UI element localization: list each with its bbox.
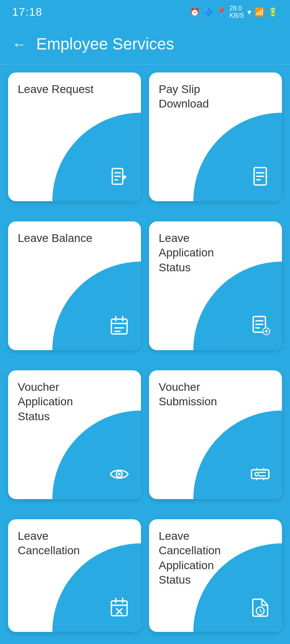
edit-doc-icon [109,166,130,190]
card-label-leave-request: Leave Request [18,82,93,97]
card-icon-bg-leave-request [52,113,141,201]
status-icons: ⏰ 🔷 📍 28.0KB/S ▾ 📶 🔋 [190,5,278,19]
card-label-leave-balance: Leave Balance [18,231,92,246]
card-label-voucher-app-status: Voucher Application Status [18,380,98,424]
status-bar: 17:18 ⏰ 🔷 📍 28.0KB/S ▾ 📶 🔋 [0,0,290,24]
status-time: 17:18 [12,6,42,19]
card-icon-bg-leave-balance [52,262,141,350]
card-pay-slip-download[interactable]: Pay Slip Download [149,72,282,201]
battery-icon: 🔋 [268,7,278,17]
wifi-icon: ▾ [247,7,251,17]
back-button[interactable]: ← [12,37,27,52]
card-label-pay-slip: Pay Slip Download [159,82,239,111]
card-leave-cancellation-app-status[interactable]: Leave Cancellation Application Status [149,519,282,632]
svg-rect-32 [112,601,127,616]
card-label-leave-cancel-app-status: Leave Cancellation Application Status [159,529,239,588]
svg-rect-24 [251,470,269,479]
doc-lines-icon [250,315,271,339]
card-label-leave-app-status: Leave Application Status [159,231,239,275]
calendar-icon [109,315,130,339]
card-voucher-submission[interactable]: Voucher Submission [149,370,282,499]
card-leave-application-status[interactable]: Leave Application Status [149,221,282,350]
card-leave-cancellation[interactable]: Leave Cancellation [8,519,141,632]
data-speed: 28.0KB/S [230,5,244,19]
card-icon-bg-voucher-submission [193,411,282,499]
services-grid: Leave Request Pay Slip Download [0,64,290,644]
signal-icon: 📶 [255,7,265,17]
ticket-icon [250,464,271,488]
card-icon-bg-pay-slip [193,113,282,201]
eye-icon [109,464,130,488]
calendar-x-icon [109,597,130,621]
page-title: Employee Services [36,35,174,53]
card-leave-balance[interactable]: Leave Balance [8,221,141,350]
card-label-leave-cancellation: Leave Cancellation [18,529,98,558]
card-voucher-application-status[interactable]: Voucher Application Status [8,370,141,499]
doc-icon [250,166,271,190]
card-leave-request[interactable]: Leave Request [8,72,141,201]
svg-point-23 [118,473,121,476]
bluetooth-icon: 🔷 [203,7,213,17]
card-label-voucher-submission: Voucher Submission [159,380,239,409]
location-icon: 📍 [216,7,226,17]
svg-point-25 [255,473,259,476]
doc-clock-icon [250,597,271,621]
alarm-icon: ⏰ [190,7,200,17]
app-header: ← Employee Services [0,24,290,64]
